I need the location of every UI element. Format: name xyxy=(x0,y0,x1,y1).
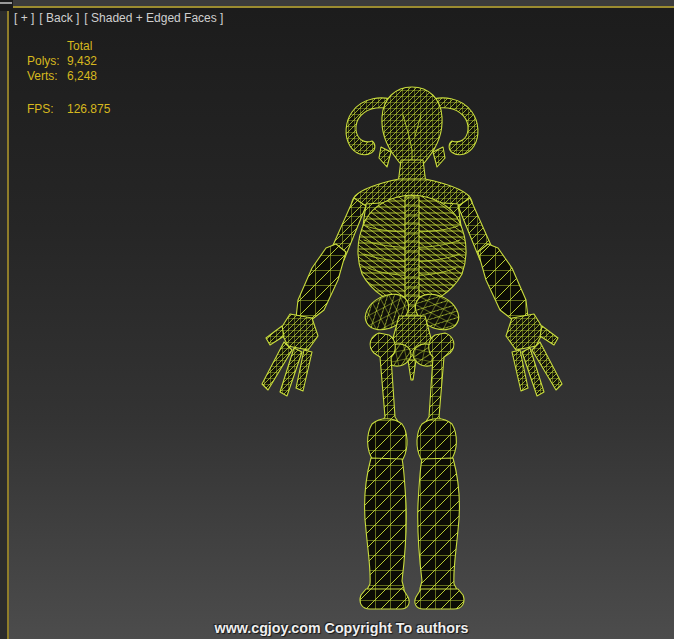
stats-total-header: Total xyxy=(67,39,92,54)
stats-verts-label: Verts: xyxy=(27,69,67,84)
stats-verts-row: Verts: 6,248 xyxy=(27,69,110,84)
stats-fps-value: 126.875 xyxy=(67,102,110,117)
panel-corner-widget xyxy=(0,0,13,11)
stats-fps-row: FPS: 126.875 xyxy=(27,102,110,117)
viewport-menu-shading[interactable]: [ Shaded + Edged Faces ] xyxy=(84,11,223,25)
stats-header-row: Total xyxy=(27,39,110,54)
jaw-spike-right xyxy=(433,147,445,167)
viewport-statistics: Total Polys: 9,432 Verts: 6,248 FPS: 126… xyxy=(27,39,110,117)
boot-right xyxy=(418,458,460,606)
stats-polys-label: Polys: xyxy=(27,54,67,69)
foot-right xyxy=(415,589,464,609)
boot-left xyxy=(365,458,407,606)
stats-verts-value: 6,248 xyxy=(67,69,97,84)
viewport[interactable]: [ + ] [ Back ] [ Shaded + Edged Faces ] … xyxy=(7,6,674,639)
foot-left xyxy=(360,589,409,609)
max-viewport-screen: [ + ] [ Back ] [ Shaded + Edged Faces ] … xyxy=(0,0,674,639)
bracer-right xyxy=(478,244,528,324)
viewport-label: [ + ] [ Back ] [ Shaded + Edged Faces ] xyxy=(14,11,223,25)
panel-corner-handle xyxy=(0,2,12,4)
coccyx xyxy=(408,360,416,380)
stats-polys-value: 9,432 xyxy=(67,54,97,69)
bracer-left xyxy=(296,244,346,324)
stats-polys-row: Polys: 9,432 xyxy=(27,54,110,69)
left-chrome-strip xyxy=(0,0,7,639)
viewport-menu-pov[interactable]: [ Back ] xyxy=(39,11,79,25)
jaw-spike-left xyxy=(379,147,391,167)
watermark: www.cgjoy.com Copyright To authors xyxy=(26,619,658,636)
stats-fps-label: FPS: xyxy=(27,102,67,117)
viewport-menu-general[interactable]: [ + ] xyxy=(14,11,34,25)
